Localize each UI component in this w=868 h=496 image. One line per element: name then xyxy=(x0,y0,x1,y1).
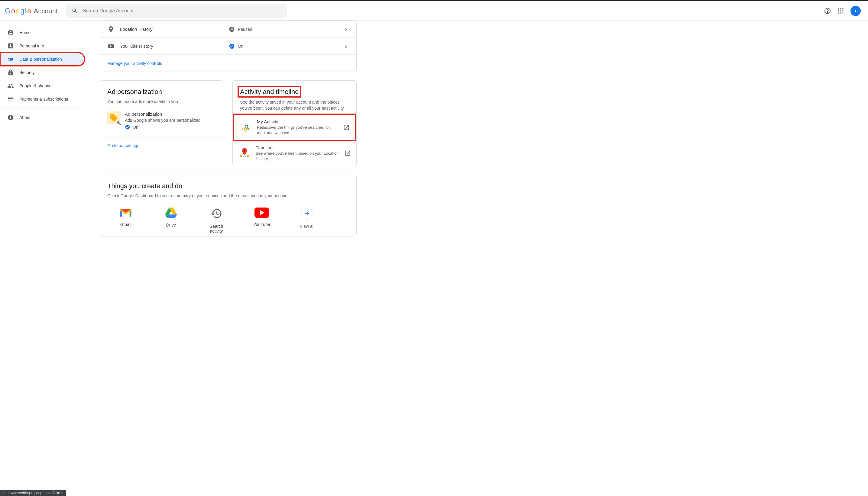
help-icon[interactable] xyxy=(824,7,831,15)
header-actions: m xyxy=(824,6,863,16)
row-status: On xyxy=(229,43,343,49)
lock-icon xyxy=(7,69,14,76)
service-label: Drive xyxy=(166,223,176,228)
product-name: Account xyxy=(33,7,58,15)
arrow-circle-icon xyxy=(301,207,313,220)
row-label: Location History xyxy=(120,27,229,32)
google-account-logo[interactable]: Google Account xyxy=(5,7,58,15)
item-subtitle: See where you've been based on your Loca… xyxy=(256,151,339,161)
row-label: YouTube History xyxy=(120,44,229,49)
pause-circle-icon xyxy=(229,26,235,32)
sidebar-item-payments[interactable]: Payments & subscriptions xyxy=(0,92,85,106)
card-subtitle: See the activity saved in your account a… xyxy=(240,99,349,111)
sidebar-item-label: Home xyxy=(19,30,31,35)
activity-row-location-history[interactable]: Location History Paused xyxy=(100,21,356,38)
view-all-services[interactable]: View all xyxy=(293,207,321,233)
wrench-icon xyxy=(116,121,121,125)
sidebar-item-label: Security xyxy=(19,70,35,75)
go-to-ad-settings-link[interactable]: Go to ad settings xyxy=(100,137,224,154)
sidebar-item-label: Personal info xyxy=(19,44,44,48)
youtube-icon xyxy=(107,43,115,50)
item-subtitle: Ads Google shows you are personalized xyxy=(125,118,201,123)
sidebar-item-label: Payments & subscriptions xyxy=(19,97,68,102)
my-activity-item[interactable]: My Activity Rediscover the things you've… xyxy=(234,115,355,140)
svg-rect-10 xyxy=(231,28,232,30)
svg-point-8 xyxy=(842,12,843,14)
activity-icon xyxy=(239,121,252,134)
svg-point-13 xyxy=(229,44,234,49)
service-youtube[interactable]: YouTube xyxy=(248,207,275,233)
sidebar-item-personal-info[interactable]: Personal info xyxy=(0,39,85,52)
svg-point-7 xyxy=(840,12,841,14)
item-status: On xyxy=(125,124,201,130)
svg-point-1 xyxy=(840,8,841,9)
service-drive[interactable]: Drive xyxy=(157,207,185,233)
apps-grid-icon[interactable] xyxy=(837,7,844,15)
check-circle-icon xyxy=(125,124,130,130)
search-icon xyxy=(72,7,78,14)
external-link-icon xyxy=(343,124,350,131)
svg-point-14 xyxy=(125,125,130,129)
svg-line-16 xyxy=(247,128,249,129)
things-you-create-card: Things you create and do Check Google Da… xyxy=(100,175,356,237)
card-subtitle: You can make ads more useful to you xyxy=(107,99,216,105)
youtube-icon xyxy=(255,207,269,218)
check-circle-icon xyxy=(229,43,235,49)
external-link-icon xyxy=(344,150,351,156)
timeline-item[interactable]: Timeline See where you've been based on … xyxy=(233,141,356,166)
home-icon xyxy=(7,29,14,36)
drive-icon xyxy=(165,207,177,218)
toggle-icon xyxy=(7,56,14,63)
card-subtitle: Check Google Dashboard to see a summary … xyxy=(107,193,349,199)
sidebar-item-label: People & sharing xyxy=(19,83,52,88)
svg-point-4 xyxy=(840,10,841,12)
sidebar-item-about[interactable]: About xyxy=(0,111,85,124)
main-content: Location History Paused YouTube History … xyxy=(85,20,868,249)
card-title: Activity and timeline xyxy=(239,87,300,96)
manage-activity-controls-link[interactable]: Manage your activity controls xyxy=(100,55,356,72)
view-all-label: View all xyxy=(300,224,314,229)
sidebar-item-home[interactable]: Home xyxy=(0,26,85,39)
location-pin-icon xyxy=(107,26,115,33)
info-icon xyxy=(7,114,14,121)
sidebar-item-people-sharing[interactable]: People & sharing xyxy=(0,79,85,92)
history-icon xyxy=(210,207,223,220)
activity-timeline-card: Activity and timeline See the activity s… xyxy=(232,80,356,166)
card-title: Things you create and do xyxy=(107,182,349,190)
gmail-icon xyxy=(119,207,132,218)
row-status: Paused xyxy=(229,26,343,32)
svg-rect-11 xyxy=(232,28,233,30)
timeline-map-icon xyxy=(238,147,251,159)
service-gmail[interactable]: Gmail xyxy=(112,207,139,233)
ad-personalization-card: Ad personalization You can make ads more… xyxy=(100,80,224,166)
svg-point-2 xyxy=(842,8,843,9)
svg-point-0 xyxy=(838,8,839,9)
item-title: Timeline xyxy=(256,145,339,150)
svg-point-6 xyxy=(838,12,839,14)
people-icon xyxy=(7,82,14,89)
ad-personalization-item[interactable]: Ad personalization Ads Google shows you … xyxy=(107,111,216,130)
account-avatar[interactable]: m xyxy=(851,6,861,16)
activity-controls-card: Location History Paused YouTube History … xyxy=(100,20,356,72)
svg-point-3 xyxy=(838,10,839,12)
credit-card-icon xyxy=(7,96,14,103)
svg-point-17 xyxy=(244,150,245,152)
svg-point-5 xyxy=(842,10,843,12)
item-title: My Activity xyxy=(257,119,338,124)
svg-point-9 xyxy=(229,27,234,32)
service-search-activity[interactable]: Search activity xyxy=(203,207,230,233)
chevron-right-icon xyxy=(343,43,349,49)
activity-row-youtube-history[interactable]: YouTube History On xyxy=(100,38,356,55)
sidebar-item-security[interactable]: Security xyxy=(0,66,85,79)
svg-point-15 xyxy=(245,125,248,128)
sidebar-divider xyxy=(0,108,85,108)
sidebar-item-label: Data & personalization xyxy=(19,57,62,62)
id-card-icon xyxy=(7,43,14,49)
header-bar: Google Account m xyxy=(0,1,868,20)
item-subtitle: Rediscover the things you've searched fo… xyxy=(257,125,338,136)
search-bar[interactable] xyxy=(66,4,287,18)
chevron-right-icon xyxy=(343,26,349,32)
ad-tag-icon xyxy=(107,111,120,124)
sidebar-item-data-personalization[interactable]: Data & personalization xyxy=(0,52,85,66)
search-input[interactable] xyxy=(83,8,281,14)
